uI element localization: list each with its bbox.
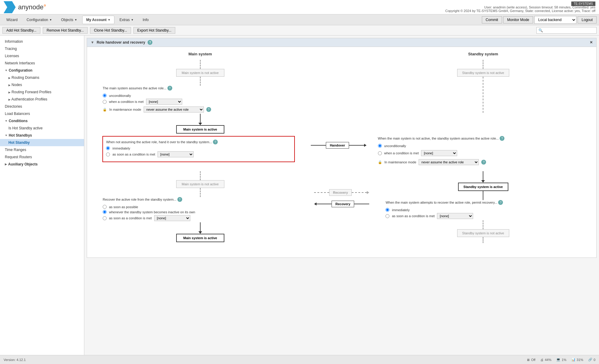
logo-area: anynode° [4,1,46,13]
svg-marker-0 [4,1,16,13]
dashed-line-2 [200,77,201,86]
standby-unconditionally-label: unconditionally [384,144,406,148]
sidebar-item-information[interactable]: Information [0,38,84,45]
standby-when-condition-radio[interactable] [378,151,382,155]
main-not-active-box-1: Main system is not active [176,69,224,77]
handover-help[interactable]: ? [213,140,218,144]
monitor-mode-button[interactable]: Monitor Mode [503,16,533,23]
standby-condition-select[interactable]: [none] [421,150,457,156]
status-4-value: 31% [577,358,583,362]
permit-immediately-radio[interactable] [385,208,389,212]
status-3-value: 1% [562,358,566,362]
top-bar: anynode° TE-SYSTEMS User: anadmin (write… [0,0,599,14]
export-hot-standby-button[interactable]: Export Hot Standby... [133,27,175,34]
cpu-icon: 💻 [556,358,560,362]
copyright-info: Copyright © 2024 by TE-SYSTEMS GmbH, Ger… [445,9,595,13]
sidebar-item-licenses[interactable]: Licenses [0,52,84,60]
panel-collapse-icon[interactable]: ▼ [91,40,94,45]
solid-line-1 [200,114,201,123]
immediately-radio[interactable] [106,146,110,150]
standby-dashed-4 [483,237,483,243]
permit-condition-radio[interactable] [385,214,389,218]
permit-condition-select[interactable]: [none] [437,213,473,219]
permit-recovery-help[interactable]: ? [498,200,503,205]
memory-icon: 📊 [571,358,576,362]
network-icon: 🔗 [588,358,592,362]
nav-my-account[interactable]: My Account▼ [82,16,114,24]
standby-maintenance-select[interactable]: never assume the active role [419,159,479,165]
maintenance-select[interactable]: never assume the active role [144,106,204,113]
commit-button[interactable]: Commit [482,16,502,23]
recover-condition-select[interactable]: [none] [154,215,190,221]
standby-unconditionally-radio[interactable] [378,144,382,148]
sidebar-item-tracing[interactable]: Tracing [0,45,84,52]
panel-help-icon[interactable]: ? [148,40,152,45]
sidebar-item-request-routers[interactable]: Request Routers [0,153,84,161]
solid-line-standby-2 [483,191,483,200]
standby-assumes-question: When the main system is not active, the … [378,136,505,141]
sidebar-item-network-interfaces[interactable]: Network Interfaces [0,60,84,67]
remove-hot-standby-button[interactable]: Remove Hot Standby... [43,27,88,34]
sidebar-section-configuration[interactable]: ▼ Configuration [0,67,84,74]
sidebar-item-time-ranges[interactable]: Time Ranges [0,146,84,153]
sidebar-item-routing-domains[interactable]: ▶ Routing Domains [0,74,84,81]
standby-system-column: Standby system [375,52,592,60]
permit-recovery-question: When the main system attempts to recover… [385,200,581,205]
nav-extras[interactable]: Extras▼ [116,16,138,24]
role-handover-panel: ▼ Role handover and recovery ? ✕ Main sy… [87,38,597,258]
maintenance-label: In maintenance mode [109,108,141,111]
standby-active-box: Standby system is active [458,183,508,191]
panel-title: Role handover and recovery [97,40,145,45]
sidebar-item-authentication-profiles[interactable]: ▶ Authentication Profiles [0,96,84,103]
unconditionally-radio[interactable] [103,94,107,97]
arrow-down-1 [198,123,202,125]
handover-button[interactable]: Handover [326,142,349,149]
logout-button[interactable]: Logout [578,16,597,23]
recover-asap-radio[interactable] [103,205,107,209]
arrow-head-left [314,202,317,205]
sidebar-section-conditions[interactable]: ▼ Conditions [0,117,84,125]
version-label: Version: 4.12.1 [4,358,26,362]
search-input[interactable] [536,27,597,34]
nav-objects[interactable]: Objects▼ [57,16,81,24]
standby-maintenance-row: 🔒 In maintenance mode never assume the a… [378,159,486,165]
panel-close-icon[interactable]: ✕ [590,40,593,45]
sidebar-section-auxiliary-objects[interactable]: ▶ Auxiliary Objects [0,161,84,168]
sidebar-item-nodes[interactable]: ▶ Nodes [0,81,84,88]
sidebar-item-is-hot-standby-active[interactable]: Is Hot Standby active [0,125,84,132]
sidebar-item-load-balancers[interactable]: Load Balancers [0,110,84,117]
handover-options-box: When not assuming the active role, hand … [102,136,295,162]
sidebar-item-hot-standby[interactable]: Hot Standby [0,139,84,146]
recovery-solid-button[interactable]: Recovery [332,201,354,207]
status-item-4: 📊 31% [571,358,583,362]
sidebar-item-directories[interactable]: Directories [0,103,84,110]
assumes-active-help[interactable]: ? [167,86,172,91]
clone-hot-standby-button[interactable]: Clone Hot Standby... [90,27,131,34]
standby-assumes-help[interactable]: ? [500,136,504,141]
standby-maintenance-help[interactable]: ? [481,160,486,165]
recovery-dashed-button[interactable]: Recovery [329,189,352,196]
nav-configuration[interactable]: Configuration▼ [23,16,56,24]
add-hot-standby-button[interactable]: Add Hot Standby... [2,27,40,34]
backend-select[interactable]: Local backend [534,16,576,24]
standby-active-col: Standby system is active When the main s… [375,171,592,243]
unconditionally-label: unconditionally [109,94,131,97]
recover-help[interactable]: ? [177,197,182,202]
standby-dashed-1 [483,60,483,69]
nav-wizard[interactable]: Wizard [2,16,21,24]
nav-info[interactable]: Info [139,16,153,24]
dashed-line-4 [200,188,201,197]
handover-row: When not assuming the active role, hand … [92,136,591,166]
standby-flow-top: Standby system is not active [375,60,592,113]
handover-condition-select[interactable]: [none] [158,151,194,157]
sidebar-item-routing-forward-profiles[interactable]: ▶ Routing Forward Profiles [0,88,84,96]
when-condition-select[interactable]: [none] [146,99,182,105]
when-condition-radio[interactable] [103,100,107,104]
maintenance-help[interactable]: ? [206,107,211,112]
status-item-1: 🖥 Off [526,358,535,362]
recover-condition-radio[interactable] [103,216,107,220]
recover-whenever-radio[interactable] [103,210,107,214]
sidebar-section-hot-standbys[interactable]: ▼ Hot Standbys [0,132,84,139]
handover-condition-radio[interactable] [106,153,110,156]
action-bar: Add Hot Standby... Remove Hot Standby...… [0,25,599,35]
